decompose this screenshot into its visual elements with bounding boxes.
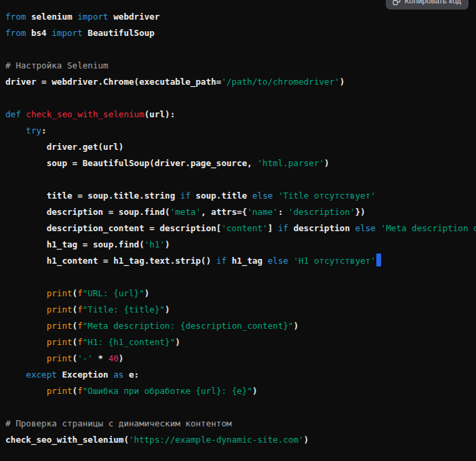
code-line: description_content = description['conte… — [5, 220, 476, 237]
code-block-container: Копировать код from selenium import webd… — [0, 0, 476, 461]
copy-icon — [393, 0, 401, 5]
code-line: # Проверка страницы с динамическим конте… — [5, 416, 476, 432]
code-line: h1_content = h1_tag.text.strip() if h1_t… — [5, 253, 476, 269]
code-line: print(f"URL: {url}") — [5, 285, 476, 302]
code-line: soup = BeautifulSoup(driver.page_source,… — [5, 155, 476, 172]
copy-button-label: Копировать код — [405, 0, 461, 5]
code-line: # Настройка Selenium — [5, 58, 476, 74]
code-line — [5, 269, 476, 285]
code-line: def check_seo_with_selenium(url): — [5, 106, 476, 123]
copy-code-button[interactable]: Копировать код — [386, 0, 469, 9]
code-line: driver.get(url) — [5, 139, 476, 155]
code-line — [5, 172, 476, 188]
code-line: from selenium import webdriver — [5, 9, 476, 25]
code-line: try: — [5, 123, 476, 139]
code-line — [5, 41, 476, 58]
code-line: title = soup.title.string if soup.title … — [5, 188, 476, 204]
code-line: print('-' * 40) — [5, 350, 476, 367]
code-line: print(f"Meta description: {description_c… — [5, 318, 476, 334]
code-line: h1_tag = soup.find('h1') — [5, 237, 476, 253]
code-line: print(f"Title: {title}") — [5, 302, 476, 318]
code-line: driver = webdriver.Chrome(executable_pat… — [5, 74, 476, 90]
code-line: print(f"H1: {h1_content}") — [5, 334, 476, 350]
code-line: description = soup.find('meta', attrs={'… — [5, 204, 476, 220]
code-line: except Exception as e: — [5, 367, 476, 383]
code-line: check_seo_with_selenium('https://example… — [5, 432, 476, 448]
code-line: from bs4 import BeautifulSoup — [5, 25, 476, 41]
code-line — [5, 90, 476, 106]
code-block: from selenium import webdriverfrom bs4 i… — [5, 9, 476, 448]
code-line: print(f"Ошибка при обработке {url}: {e}"… — [5, 383, 476, 399]
code-line — [5, 399, 476, 416]
text-caret — [376, 254, 381, 266]
